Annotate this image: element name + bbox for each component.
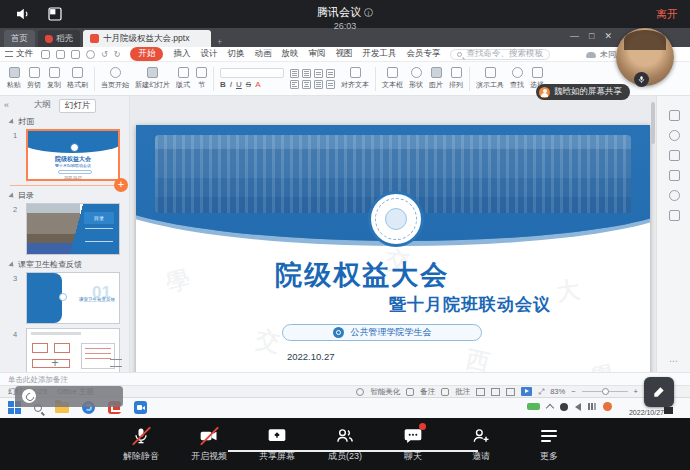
fit-window-icon[interactable]: ⤢ bbox=[538, 387, 544, 397]
font-color-button[interactable]: A bbox=[255, 80, 260, 89]
export-icon[interactable] bbox=[56, 50, 65, 59]
battery-icon[interactable] bbox=[527, 403, 540, 410]
transition-panel-icon[interactable] bbox=[669, 170, 680, 181]
number-list-icon[interactable] bbox=[302, 69, 311, 78]
notes-bar[interactable]: 单击此处添加备注 bbox=[0, 372, 690, 385]
menu-tab-slideshow[interactable]: 放映 bbox=[281, 48, 298, 60]
tray-expand-icon[interactable] bbox=[546, 403, 554, 411]
presentation-tools-button[interactable]: 演示工具 bbox=[473, 67, 507, 90]
meeting-floating-widget[interactable] bbox=[15, 386, 123, 407]
menu-tab-view[interactable]: 视图 bbox=[335, 48, 352, 60]
new-slide-button[interactable]: 新建幻灯片 bbox=[132, 67, 173, 90]
network-icon[interactable] bbox=[588, 403, 596, 410]
bold-button[interactable]: B bbox=[220, 80, 226, 89]
zoom-in-button[interactable]: + bbox=[634, 387, 638, 396]
screen-share-banner[interactable]: 魏晗如的屏幕共享 bbox=[536, 84, 630, 100]
insert-slide-button[interactable]: + bbox=[114, 178, 128, 192]
tab-document[interactable]: 十月院级权益大会.pptx bbox=[83, 30, 211, 47]
reading-view-icon[interactable] bbox=[506, 388, 515, 396]
members-button[interactable]: 成员(23) bbox=[323, 425, 367, 463]
find-button[interactable]: 查找 bbox=[507, 67, 527, 90]
copy-button[interactable]: 复制 bbox=[44, 67, 64, 90]
picture-button[interactable]: 图片 bbox=[426, 67, 446, 90]
zoom-level[interactable]: 83% bbox=[550, 387, 565, 396]
sorter-view-icon[interactable] bbox=[491, 388, 500, 396]
print-icon[interactable] bbox=[71, 50, 80, 59]
preview-icon[interactable] bbox=[86, 50, 95, 59]
search-input[interactable]: 查找命令、搜索模板 bbox=[450, 49, 550, 60]
slide-thumbnail-2[interactable]: 2 目录 bbox=[26, 203, 120, 255]
line-spacing-icon[interactable] bbox=[326, 80, 335, 89]
info-icon[interactable]: i bbox=[364, 8, 373, 17]
annotation-tool-button[interactable] bbox=[644, 377, 674, 407]
strikethrough-button[interactable]: S bbox=[246, 80, 251, 89]
zoom-slider-knob[interactable] bbox=[602, 388, 609, 395]
chat-button[interactable]: 聊天 bbox=[391, 425, 435, 463]
file-menu[interactable]: 文件 bbox=[5, 48, 33, 60]
indent-increase-icon[interactable] bbox=[326, 69, 335, 78]
more-button[interactable]: 更多 bbox=[527, 425, 571, 463]
notes-toggle[interactable]: 备注 bbox=[420, 387, 435, 397]
play-from-page-button[interactable]: 当页开始 bbox=[98, 67, 132, 90]
unmute-button[interactable]: 解除静音 bbox=[119, 425, 163, 463]
menu-tab-home[interactable]: 开始 bbox=[130, 47, 163, 61]
slide-canvas[interactable]: 學 交 大 西 學 交 院级权益大会 暨十月院班联动会议 bbox=[136, 125, 650, 397]
font-name-select[interactable] bbox=[220, 68, 284, 78]
maximize-icon[interactable]: □ bbox=[589, 31, 594, 41]
save-icon[interactable] bbox=[41, 50, 50, 59]
shapes-button[interactable]: 形状 bbox=[406, 67, 426, 90]
zoom-slider[interactable] bbox=[582, 391, 628, 392]
slide-thumbnail-1[interactable]: 1 院级权益大会 暨十月院班联动会议 2022.10.27 bbox=[26, 129, 120, 181]
comments-panel-icon[interactable] bbox=[669, 210, 680, 221]
indent-decrease-icon[interactable] bbox=[314, 69, 323, 78]
align-left-icon[interactable] bbox=[290, 80, 299, 89]
slideshow-play-button[interactable] bbox=[521, 387, 532, 396]
properties-panel-icon[interactable] bbox=[669, 110, 680, 121]
normal-view-icon[interactable] bbox=[476, 388, 485, 396]
section-toc[interactable]: 目录 bbox=[10, 190, 130, 201]
italic-button[interactable]: I bbox=[230, 80, 232, 89]
paste-button[interactable]: 粘贴 bbox=[4, 67, 24, 90]
align-right-icon[interactable] bbox=[314, 80, 323, 89]
cut-button[interactable]: 剪切 bbox=[24, 67, 44, 90]
add-slide-button[interactable]: + bbox=[0, 356, 110, 370]
section-hygiene[interactable]: 课室卫生检查反馈 bbox=[10, 259, 130, 270]
textbox-button[interactable]: 文本框 bbox=[379, 67, 406, 90]
menu-tab-transition[interactable]: 切换 bbox=[227, 48, 244, 60]
format-painter-button[interactable]: 格式刷 bbox=[64, 67, 91, 90]
minimize-icon[interactable]: — bbox=[570, 31, 579, 41]
start-video-button[interactable]: 开启视频 bbox=[187, 425, 231, 463]
arrange-button[interactable]: 排列 bbox=[446, 67, 466, 90]
underline-button[interactable]: U bbox=[236, 80, 242, 89]
more-panels-icon[interactable]: ⋯ bbox=[669, 356, 679, 366]
undo-icon[interactable]: ↺ bbox=[101, 50, 108, 59]
beautify-button[interactable]: 智能美化 bbox=[370, 387, 400, 397]
tab-outline[interactable]: 大纲 bbox=[34, 99, 51, 113]
menu-tab-member[interactable]: 会员专享 bbox=[406, 48, 440, 60]
menu-tab-review[interactable]: 审阅 bbox=[308, 48, 325, 60]
close-icon[interactable]: ✕ bbox=[604, 31, 612, 41]
invite-button[interactable]: 邀请 bbox=[459, 425, 503, 463]
section-button[interactable]: 节 bbox=[193, 67, 210, 90]
menu-tab-animation[interactable]: 动画 bbox=[254, 48, 271, 60]
menu-tab-devtools[interactable]: 开发工具 bbox=[362, 48, 396, 60]
slide-thumbnail-3[interactable]: 3 01 课室卫生检查反馈 bbox=[26, 272, 120, 324]
tab-home[interactable]: 首页 bbox=[4, 30, 35, 47]
help-panel-icon[interactable] bbox=[669, 190, 680, 201]
animation-panel-icon[interactable] bbox=[669, 130, 680, 141]
layout-button[interactable]: 版式 bbox=[173, 67, 193, 90]
zoom-out-button[interactable]: − bbox=[571, 387, 575, 396]
slide-sorter-icon[interactable] bbox=[110, 359, 122, 367]
qq-icon[interactable] bbox=[560, 403, 568, 411]
meeting-app-icon[interactable] bbox=[134, 401, 147, 414]
align-center-icon[interactable] bbox=[302, 80, 311, 89]
tab-docer[interactable]: 稻壳 bbox=[38, 30, 80, 47]
section-cover[interactable]: 封面 bbox=[10, 116, 130, 127]
menu-tab-insert[interactable]: 插入 bbox=[173, 48, 190, 60]
menu-tab-design[interactable]: 设计 bbox=[200, 48, 217, 60]
align-text-button[interactable]: 对齐文本 bbox=[338, 67, 372, 90]
new-tab-button[interactable]: + bbox=[217, 37, 226, 47]
bullet-list-icon[interactable] bbox=[290, 69, 299, 78]
leave-meeting-button[interactable]: 离开 bbox=[656, 7, 678, 22]
tab-slides[interactable]: 幻灯片 bbox=[59, 99, 97, 113]
